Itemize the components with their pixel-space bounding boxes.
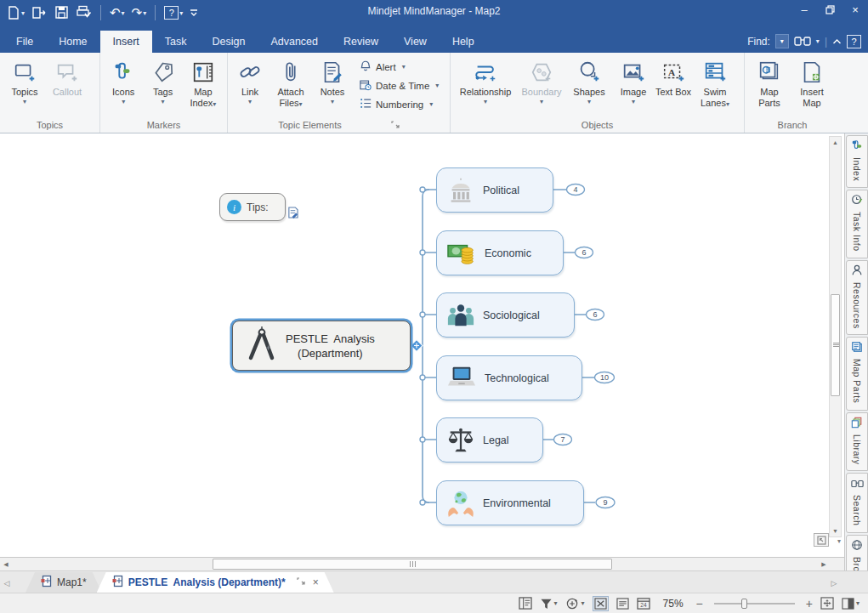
collapse-map-button[interactable]	[593, 596, 609, 611]
open-map-button[interactable]	[30, 4, 49, 21]
canvas-horizontal-scrollbar[interactable]: ◀ ▶	[0, 557, 844, 570]
find-dropdown[interactable]: ▾	[775, 34, 789, 48]
topic-sociological[interactable]: Sociological	[436, 292, 575, 338]
close-button[interactable]: ×	[842, 0, 868, 19]
minimize-button[interactable]: –	[791, 0, 817, 19]
ribbon: Topics ▾ Callout Topics Icons ▾	[0, 53, 868, 133]
icons-button[interactable]: Icons ▾	[104, 54, 143, 116]
map-parts-button[interactable]: Map Parts	[748, 54, 791, 116]
map-canvas[interactable]: 4 6 6 10 7 9 i Tips: PESTLE Analysis(Dep…	[0, 133, 844, 557]
tab-advanced[interactable]: Advanced	[258, 31, 331, 53]
tags-button[interactable]: Tags ▾	[143, 54, 182, 116]
doc-tab-scroll-left[interactable]: ◁	[0, 574, 14, 593]
zoom-slider[interactable]	[714, 603, 795, 604]
tag-icon	[150, 58, 176, 87]
zoom-level-value[interactable]: 75%	[663, 598, 684, 610]
sidebar-tab-task-info[interactable]: Task Info	[846, 190, 868, 258]
overview-dropdown-icon[interactable]: ▾	[837, 537, 841, 545]
swim-lanes-button[interactable]: Swim Lanes▾	[692, 54, 738, 116]
economic-count-badge[interactable]: 6	[582, 248, 586, 257]
map-overview-button[interactable]	[814, 533, 829, 547]
topic-environmental[interactable]: Environmental	[436, 480, 584, 525]
undo-button[interactable]: ↶ ▾	[108, 6, 127, 20]
new-map-button[interactable]: ▾	[5, 4, 26, 21]
central-topic-pestle-analysis[interactable]: PESTLE Analysis(Department)	[232, 321, 411, 371]
sociological-count-badge[interactable]: 6	[593, 310, 597, 319]
window-controls: – ×	[791, 0, 868, 19]
topic-notes-pane-button[interactable]	[519, 597, 532, 610]
environmental-count-badge[interactable]: 9	[603, 498, 607, 507]
topic-political[interactable]: Political	[436, 167, 553, 213]
restore-button[interactable]	[817, 0, 842, 19]
redo-button[interactable]: ↷ ▾	[130, 6, 149, 20]
scroll-left-arrow[interactable]: ◀	[1, 559, 11, 570]
alert-button[interactable]: Alert ▾	[357, 59, 441, 75]
vertical-scrollbar-thumb[interactable]	[831, 294, 840, 396]
map-index-button[interactable]: Map Index▾	[183, 54, 224, 116]
topic-legal-label: Legal	[483, 434, 509, 446]
find-search-button[interactable]	[794, 35, 811, 48]
scroll-down-arrow[interactable]: ▼	[830, 525, 841, 536]
tab-view[interactable]: View	[391, 31, 440, 53]
numbering-button[interactable]: Numbering ▾	[357, 96, 441, 112]
tab-design[interactable]: Design	[199, 31, 258, 53]
tab-file[interactable]: File	[3, 31, 46, 53]
insert-map-button[interactable]: Insert Map	[791, 54, 833, 116]
scroll-right-arrow[interactable]: ▶	[819, 559, 829, 570]
date-time-button[interactable]: Date & Time ▾	[357, 77, 441, 94]
relationship-button[interactable]: Relationship ▾	[454, 54, 517, 116]
topic-elements-dialog-launcher[interactable]	[391, 121, 400, 129]
collapse-ribbon-button[interactable]	[832, 38, 842, 45]
attach-files-button[interactable]: Attach Files▾	[269, 54, 313, 116]
add-subtopic-handle[interactable]	[411, 339, 423, 351]
legal-count-badge[interactable]: 7	[560, 435, 564, 444]
tab-help[interactable]: Help	[440, 31, 487, 53]
tab-insert[interactable]: Insert	[100, 31, 152, 53]
close-tab-icon[interactable]: ×	[313, 576, 319, 588]
print-button[interactable]	[74, 4, 94, 21]
sidebar-tab-resources[interactable]: Resources	[846, 260, 868, 336]
horizontal-scrollbar-thumb[interactable]	[213, 559, 612, 570]
canvas-vertical-scrollbar[interactable]: ▲ ▼	[829, 136, 842, 537]
topic-technological[interactable]: Technological	[436, 355, 582, 400]
help-button[interactable]: ? ▾	[162, 5, 184, 20]
zoom-slider-thumb[interactable]	[741, 599, 747, 609]
notes-button[interactable]: Notes ▾	[313, 54, 352, 116]
scroll-up-arrow[interactable]: ▲	[830, 137, 841, 148]
save-button[interactable]	[53, 4, 71, 21]
doc-tab-pestle-analysis[interactable]: PESTLE Analysis (Department)* ×	[97, 572, 334, 593]
zoom-in-button[interactable]: +	[806, 598, 813, 610]
topic-legal[interactable]: Legal	[436, 417, 543, 463]
calendar-button[interactable]: 24	[637, 597, 650, 610]
topics-button[interactable]: Topics ▾	[3, 54, 46, 116]
topic-economic[interactable]: Economic	[436, 230, 564, 275]
tab-review[interactable]: Review	[331, 31, 391, 53]
view-mode-button[interactable]: ▾	[842, 598, 859, 610]
link-button[interactable]: Link ▾	[231, 54, 269, 116]
rollup-button[interactable]: ▾	[565, 597, 585, 610]
tab-home[interactable]: Home	[46, 31, 99, 53]
floating-topic-tips[interactable]: i Tips:	[219, 193, 286, 221]
shapes-button[interactable]: Shapes ▾	[566, 54, 612, 116]
sidebar-tab-index[interactable]: Index	[846, 135, 868, 188]
filter-button[interactable]: ▾	[540, 598, 558, 610]
fit-map-button[interactable]	[820, 597, 834, 610]
index-icon	[851, 139, 863, 155]
ribbon-help-button[interactable]: ?	[847, 35, 861, 48]
technological-count-badge[interactable]: 10	[600, 373, 609, 382]
image-button[interactable]: Image ▾	[612, 54, 655, 116]
text-box-button[interactable]: A Text Box	[655, 54, 692, 116]
customize-quick-access-button[interactable]	[188, 8, 200, 18]
toolbar-separator	[100, 5, 101, 20]
doc-tab-map1[interactable]: Map1*	[26, 572, 102, 593]
tips-notes-icon[interactable]	[287, 207, 298, 222]
float-tab-icon[interactable]	[297, 576, 305, 588]
show-topic-text-button[interactable]	[616, 598, 629, 610]
political-count-badge[interactable]: 4	[573, 185, 577, 194]
sidebar-tab-map-parts[interactable]: Map Parts	[846, 337, 868, 410]
tab-task[interactable]: Task	[152, 31, 200, 53]
sidebar-tab-search[interactable]: Search	[846, 473, 868, 532]
sidebar-tab-library[interactable]: Library	[846, 412, 868, 472]
zoom-out-button[interactable]: −	[696, 598, 703, 610]
doc-tab-scroll-right[interactable]: ▷	[827, 574, 841, 593]
